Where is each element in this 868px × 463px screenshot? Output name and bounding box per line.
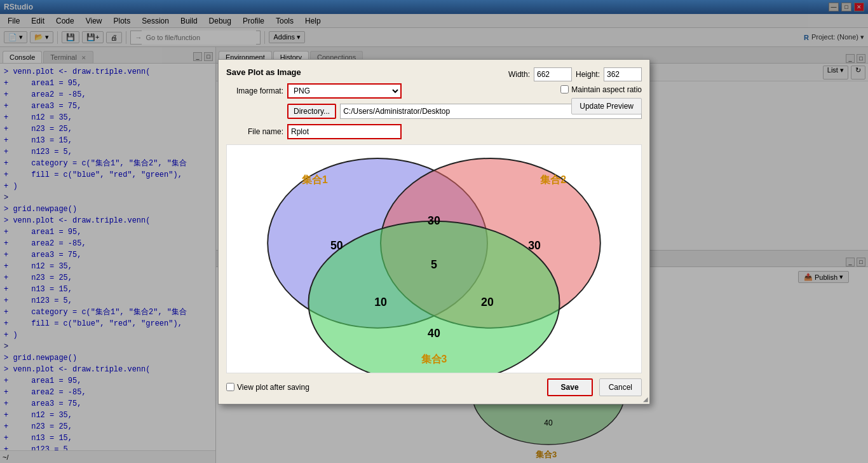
set3-label: 集合3 — [421, 354, 447, 364]
dialog-right-controls: Width: Height: Maintain aspect ratio Upd… — [508, 67, 642, 114]
filename-input[interactable] — [287, 124, 402, 139]
aspect-checkbox[interactable] — [560, 85, 569, 93]
width-input[interactable] — [534, 67, 572, 81]
set1-label: 集合1 — [302, 174, 328, 185]
filename-row: File name: — [226, 124, 642, 139]
filename-label: File name: — [226, 127, 283, 136]
height-label: Height: — [576, 70, 600, 79]
num-40: 40 — [428, 327, 440, 340]
view-plot-label: View plot after saving — [237, 383, 309, 392]
view-plot-checkbox[interactable] — [226, 383, 234, 391]
view-plot-row: View plot after saving — [226, 383, 309, 392]
format-select[interactable]: PNG JPEG BMP TIFF SVG EPS — [287, 83, 402, 99]
num-50: 50 — [330, 239, 343, 252]
aspect-row: Maintain aspect ratio — [560, 85, 642, 94]
num-5: 5 — [431, 258, 437, 270]
aspect-label: Maintain aspect ratio — [571, 85, 642, 94]
dialog-footer: View plot after saving Save Cancel — [226, 378, 642, 396]
num-30a: 30 — [428, 214, 440, 226]
dialog-overlay: Save Plot as Image Image format: PNG JPE… — [0, 0, 868, 463]
save-btn[interactable]: Save — [547, 378, 593, 396]
directory-btn[interactable]: Directory... — [287, 104, 336, 119]
size-row: Width: Height: — [508, 67, 642, 81]
dialog-venn-container: 集合1 集合2 集合3 50 30 30 5 10 20 40 — [226, 144, 642, 373]
venn-large-svg: 集合1 集合2 集合3 50 30 30 5 10 20 40 — [227, 145, 641, 373]
update-preview-btn[interactable]: Update Preview — [571, 98, 642, 114]
num-20: 20 — [481, 296, 494, 308]
svg-point-5 — [308, 221, 559, 372]
format-label: Image format: — [226, 86, 283, 95]
height-input[interactable] — [604, 67, 642, 81]
cancel-btn[interactable]: Cancel — [599, 378, 642, 396]
width-label: Width: — [508, 70, 530, 79]
num-10: 10 — [374, 296, 387, 308]
save-plot-dialog: Save Plot as Image Image format: PNG JPE… — [218, 59, 650, 404]
num-30b: 30 — [528, 239, 541, 252]
resize-handle[interactable]: ◢ — [643, 396, 648, 403]
set2-label: 集合2 — [540, 174, 566, 185]
